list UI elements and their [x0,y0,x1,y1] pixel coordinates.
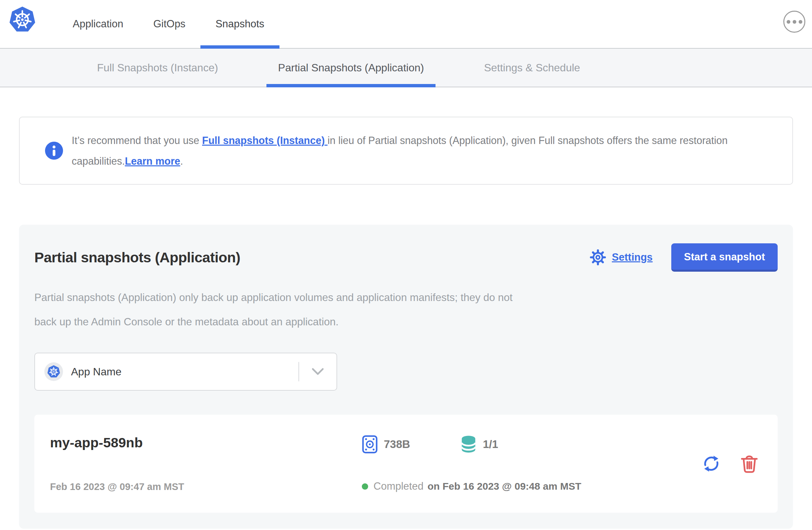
snapshots-subtabs: Full Snapshots (Instance) Partial Snapsh… [0,49,812,87]
snapshot-identity: my-app-589nb Feb 16 2023 @ 09:47 am MST [50,435,362,492]
panel-header-actions: Settings Start a snapshot [590,243,778,272]
banner-text-end: . [180,155,183,167]
nav-item-snapshots[interactable]: Snapshots [200,0,279,48]
snapshot-stats: 738B 1/1 Completed on Feb 16 2023 @ 09:4… [362,435,695,492]
panel-description: Partial snapshots (Application) only bac… [34,285,528,334]
status-dot [362,483,368,490]
tab-full-snapshots-instance[interactable]: Full Snapshots (Instance) [85,49,230,87]
dropdown-chevron-box[interactable] [299,368,336,376]
main-nav: Application GitOps Snapshots [58,0,279,48]
start-snapshot-button[interactable]: Start a snapshot [671,243,778,272]
info-icon [45,142,63,160]
snapshot-status-row: Completed on Feb 16 2023 @ 09:48 am MST [362,480,695,492]
snapshot-size-value: 738B [384,438,410,451]
app-name-dropdown[interactable]: App Name [34,353,337,391]
snapshot-volumes-stat: 1/1 [460,435,498,453]
nav-item-gitops[interactable]: GitOps [139,0,200,48]
settings-link[interactable]: Settings [612,251,653,263]
snapshot-volumes-value: 1/1 [483,438,498,451]
recommendation-banner: It’s recommend that you use Full snapsho… [19,117,793,185]
app-badge [44,362,63,381]
learn-more-link[interactable]: Learn more [125,155,180,167]
restore-icon [701,454,721,473]
snapshot-status-detail: on Feb 16 2023 @ 09:48 am MST [427,481,581,492]
snapshot-started-timestamp: Feb 16 2023 @ 09:47 am MST [50,481,362,492]
snapshot-actions [701,454,758,473]
more-menu-button[interactable] [783,11,805,33]
snapshot-status: Completed [374,480,423,492]
snapshot-name: my-app-589nb [50,435,362,451]
gear-icon[interactable] [590,249,606,265]
restore-snapshot-button[interactable] [701,454,721,473]
banner-message: It’s recommend that you use Full snapsho… [72,130,765,171]
banner-text-start: It’s recommend that you use [72,135,202,146]
trash-icon [740,454,758,473]
disk-icon [362,435,378,454]
chevron-down-icon [311,368,324,376]
snapshot-row: my-app-589nb Feb 16 2023 @ 09:47 am MST … [34,415,778,513]
ellipsis-menu-icon [787,20,790,24]
panel-header: Partial snapshots (Application) [34,243,778,271]
page-title: Partial snapshots (Application) [34,249,241,266]
delete-snapshot-button[interactable] [740,454,758,473]
top-navigation-bar: Application GitOps Snapshots [0,0,812,49]
snapshot-size-stat: 738B [362,435,410,454]
ellipsis-menu-icon [793,20,796,24]
kubernetes-logo [9,6,36,33]
nav-item-application[interactable]: Application [58,0,139,48]
full-snapshots-instance-link[interactable]: Full snapshots (Instance) [202,135,328,146]
snapshot-stat-row: 738B 1/1 [362,435,695,454]
app-name-value: App Name [71,366,121,378]
database-icon [460,435,477,453]
kubernetes-app-icon [47,365,60,378]
partial-snapshots-panel: Partial snapshots (Application) [19,225,793,529]
tab-partial-snapshots-application[interactable]: Partial Snapshots (Application) [266,49,436,87]
ellipsis-menu-icon [799,20,802,24]
tab-settings-and-schedule[interactable]: Settings & Schedule [472,49,592,87]
